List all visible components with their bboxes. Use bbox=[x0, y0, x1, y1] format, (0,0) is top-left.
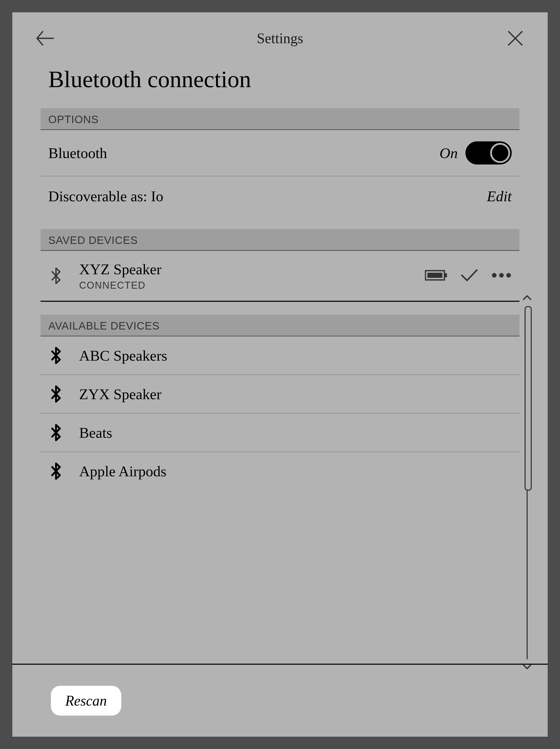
rescan-button[interactable]: Rescan bbox=[51, 686, 121, 715]
bluetooth-toggle-row[interactable]: Bluetooth On bbox=[41, 130, 519, 176]
svg-rect-2 bbox=[445, 273, 447, 277]
bluetooth-icon bbox=[48, 462, 64, 480]
bluetooth-icon bbox=[48, 423, 64, 442]
device-status: CONNECTED bbox=[79, 280, 409, 291]
svg-point-4 bbox=[499, 273, 504, 278]
close-icon[interactable] bbox=[506, 29, 524, 47]
svg-rect-1 bbox=[427, 273, 442, 278]
chevron-up-icon[interactable] bbox=[522, 294, 532, 302]
scrollbar[interactable] bbox=[522, 294, 532, 672]
available-device-row[interactable]: ABC Speakers bbox=[41, 337, 519, 375]
section-header-options: OPTIONS bbox=[41, 108, 519, 130]
footer: Rescan bbox=[12, 664, 548, 737]
saved-device-row[interactable]: XYZ Speaker CONNECTED bbox=[41, 251, 519, 302]
device-name: Apple Airpods bbox=[79, 463, 166, 480]
bluetooth-icon bbox=[48, 346, 64, 365]
bluetooth-icon bbox=[48, 385, 64, 403]
available-device-row[interactable]: ZYX Speaker bbox=[41, 375, 519, 413]
page-title: Bluetooth connection bbox=[12, 55, 548, 108]
device-name: Beats bbox=[79, 424, 112, 441]
section-header-saved: SAVED DEVICES bbox=[41, 229, 519, 251]
checkmark-icon bbox=[460, 269, 478, 283]
available-device-row[interactable]: Beats bbox=[41, 413, 519, 452]
back-arrow-icon[interactable] bbox=[36, 29, 54, 47]
available-device-row[interactable]: Apple Airpods bbox=[41, 452, 519, 490]
device-name: ZYX Speaker bbox=[79, 386, 162, 403]
svg-point-3 bbox=[492, 273, 496, 278]
header: Settings bbox=[12, 12, 548, 55]
scrollbar-thumb[interactable] bbox=[524, 306, 532, 491]
svg-point-5 bbox=[506, 273, 511, 278]
bluetooth-icon bbox=[48, 266, 64, 285]
more-icon[interactable] bbox=[491, 273, 512, 279]
section-header-available: AVAILABLE DEVICES bbox=[41, 315, 519, 337]
bluetooth-toggle[interactable] bbox=[466, 142, 512, 165]
bluetooth-label: Bluetooth bbox=[48, 145, 107, 162]
discoverable-row: Discoverable as: Io Edit bbox=[41, 176, 519, 216]
discoverable-label: Discoverable as: Io bbox=[48, 188, 163, 205]
battery-icon bbox=[425, 269, 447, 282]
device-name: XYZ Speaker bbox=[79, 261, 409, 278]
chevron-down-icon[interactable] bbox=[522, 663, 532, 672]
bluetooth-state: On bbox=[440, 145, 458, 162]
edit-button[interactable]: Edit bbox=[487, 188, 512, 205]
header-title: Settings bbox=[54, 30, 506, 46]
device-name: ABC Speakers bbox=[79, 347, 167, 364]
